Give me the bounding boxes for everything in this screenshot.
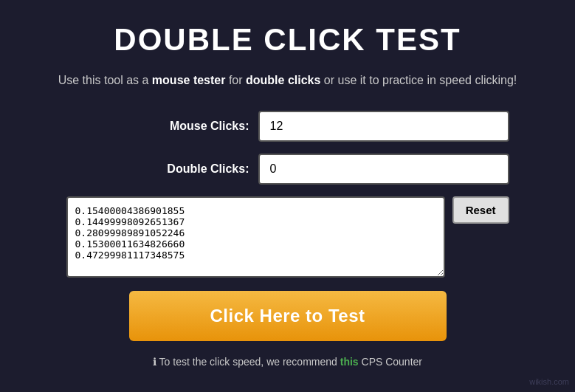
watermark: wikish.com bbox=[529, 377, 569, 386]
test-button[interactable]: Click Here to Test bbox=[129, 291, 447, 341]
subtitle-text1: Use this tool as a bbox=[58, 74, 152, 86]
mouse-clicks-row: Mouse Clicks: bbox=[66, 111, 509, 142]
form-section: Mouse Clicks: Double Clicks: bbox=[66, 111, 509, 185]
footer-info-icon: ℹ To test the click speed, we recommend bbox=[153, 356, 340, 368]
mouse-clicks-input[interactable] bbox=[258, 111, 509, 142]
subtitle: Use this tool as a mouse tester for doub… bbox=[58, 71, 517, 90]
footer-suffix: CPS Counter bbox=[359, 356, 422, 368]
subtitle-bold2: double clicks bbox=[246, 74, 320, 86]
double-clicks-label: Double Clicks: bbox=[154, 162, 249, 176]
subtitle-text2: for bbox=[225, 74, 246, 86]
log-textarea[interactable]: 0.15400004386901855 0.14499998092651367 … bbox=[66, 196, 445, 278]
mouse-clicks-label: Mouse Clicks: bbox=[154, 120, 249, 133]
subtitle-text3: or use it to practice in speed clicking! bbox=[320, 74, 517, 86]
double-clicks-row: Double Clicks: bbox=[66, 154, 509, 185]
page-title: DOUBLE CLICK TEST bbox=[114, 22, 461, 58]
footer-note: ℹ To test the click speed, we recommend … bbox=[153, 356, 422, 368]
cps-counter-link[interactable]: this bbox=[340, 356, 359, 368]
double-clicks-input[interactable] bbox=[258, 154, 509, 185]
reset-button[interactable]: Reset bbox=[452, 196, 509, 224]
subtitle-bold1: mouse tester bbox=[152, 74, 226, 86]
log-section: 0.15400004386901855 0.14499998092651367 … bbox=[66, 196, 509, 278]
